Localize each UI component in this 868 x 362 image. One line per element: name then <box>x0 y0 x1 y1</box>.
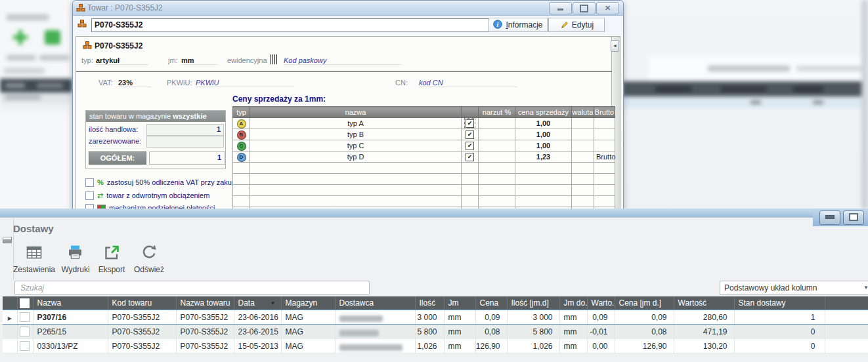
dostawy-titlebar[interactable] <box>0 209 868 218</box>
grid-header-row: Nazwa Kod towaru Nazwa towaru Data▼ Maga… <box>3 296 868 310</box>
maximize-button[interactable] <box>573 2 596 14</box>
percent-icon: % <box>97 178 104 186</box>
printer-icon <box>67 251 84 262</box>
minimize-icon <box>825 215 835 219</box>
row-checkbox[interactable] <box>20 341 30 351</box>
col-magazyn[interactable]: Magazyn <box>281 296 335 310</box>
col-wartosc[interactable]: Wartość <box>674 296 734 310</box>
maximize-icon <box>849 213 858 221</box>
col-data[interactable]: Data▼ <box>234 296 281 310</box>
towar-detail-panel: ◄ P070-S355J2 typ: artykuł jm: mm ewiden… <box>76 36 620 210</box>
col-nazwa[interactable]: Nazwa <box>33 296 108 310</box>
col-brutto[interactable]: Brutto <box>594 107 615 118</box>
price-checkbox[interactable]: ✔ <box>466 119 474 128</box>
col-nazwa[interactable]: nazwa <box>250 107 462 118</box>
price-row-empty <box>233 196 615 207</box>
eksport-button[interactable]: Eksport <box>95 245 129 274</box>
price-checkbox[interactable]: ✔ <box>466 153 474 161</box>
zarezerwowane-label: zarezerwowane: <box>89 137 141 145</box>
row-selector-icon: ▶ <box>8 315 12 321</box>
price-type-badge: B <box>237 131 246 140</box>
select-all-checkbox[interactable] <box>17 296 33 310</box>
stock-panel: stan towaru w magazynie wszystkie ilość … <box>85 110 226 169</box>
typ-label: typ: <box>81 56 93 64</box>
brutto-flag: Brutto <box>594 151 615 163</box>
collapse-panel-icon[interactable] <box>3 237 12 243</box>
price-row[interactable]: D typ D ✔ 1,23 Brutto <box>233 151 615 163</box>
eksport-label: Eksport <box>95 265 129 274</box>
info-icon: i <box>493 20 502 31</box>
vat50-checkbox[interactable] <box>85 178 94 187</box>
price-checkbox[interactable]: ✔ <box>466 131 474 139</box>
price-row[interactable]: C typ C ✔ 1,00 <box>233 140 615 151</box>
background-window-left <box>0 0 72 209</box>
stock-panel-header: stan towaru w magazynie wszystkie <box>86 111 225 122</box>
edytuj-button[interactable]: Edytuj <box>548 18 605 32</box>
col-jm-do[interactable]: Jm do... <box>559 296 587 310</box>
towar-app-icon <box>76 3 85 15</box>
col-kod-towaru[interactable]: Kod towaru <box>108 296 176 310</box>
col-nazwa-towaru[interactable]: Nazwa towaru <box>176 296 234 310</box>
towar-item-icon <box>77 19 87 31</box>
col-waluta[interactable]: waluta <box>572 107 594 118</box>
dostawy-minimize-button[interactable] <box>819 211 840 225</box>
informacje-button[interactable]: i Informacje <box>488 18 548 32</box>
option-odwrotne[interactable]: ⇄ towar z odwrotnym obciążeniem <box>85 190 209 201</box>
col-cena[interactable]: Cena <box>475 296 507 310</box>
minimize-button[interactable] <box>549 2 572 14</box>
price-table-title: Ceny sprzedaży za 1mm: <box>232 94 326 104</box>
dostawy-title: Dostawy <box>13 223 54 234</box>
search-input[interactable]: Szukaj <box>14 281 370 295</box>
vat-label: VAT: <box>98 79 113 87</box>
col-ilosc-jmd[interactable]: Ilość [jm.d] <box>507 296 559 310</box>
product-code-field[interactable]: P070-S355J2 <box>91 18 490 32</box>
col-cena[interactable]: cena sprzedaży <box>515 107 572 118</box>
towar-window: Towar : P070-S355J2 ✕ P070-S355J2 i Info… <box>72 0 624 210</box>
price-row[interactable]: B typ B ✔ 1,00 <box>233 129 615 140</box>
odswiez-button[interactable]: Odśwież <box>131 245 167 274</box>
table-row[interactable]: P265/15 P070-S355J2 P070-S355J2 23-06-20… <box>3 325 868 339</box>
col-cena-jmd[interactable]: Cena [jm d.] <box>615 296 674 310</box>
price-row[interactable]: A typ A ✔ 1,00 <box>233 118 615 129</box>
edytuj-label: Edytuj <box>572 20 594 30</box>
close-button[interactable]: ✕ <box>596 2 619 14</box>
window-title: Towar : P070-S355J2 <box>87 3 163 12</box>
col-ilosc[interactable]: Ilość <box>415 296 444 310</box>
table-row[interactable]: ▶ P307/16 P070-S355J2 P070-S355J2 23-06-… <box>3 310 868 325</box>
product-name: P070-S355J2 <box>95 41 142 50</box>
col-jm[interactable]: Jm <box>444 296 475 310</box>
cn-label: CN: <box>395 79 408 87</box>
col-check[interactable] <box>462 107 479 118</box>
dostawy-maximize-button[interactable] <box>843 211 864 225</box>
price-row-empty <box>233 185 615 196</box>
separator <box>76 71 612 72</box>
price-row-empty <box>233 174 615 185</box>
minimize-icon <box>557 9 563 10</box>
row-checkbox[interactable] <box>20 327 30 336</box>
table-row[interactable]: 0330/13/PZ P070-S355J2 P070-S355J2 15-05… <box>3 339 868 353</box>
pkwiu-value[interactable]: PKWiU <box>196 79 294 87</box>
zestawienia-button[interactable]: Zestawienia <box>11 245 58 274</box>
col-stan-dostawy[interactable]: Stan dostawy <box>734 296 825 310</box>
row-checkbox[interactable] <box>20 312 30 322</box>
kod-paskowy-field[interactable]: Kod paskowy <box>284 56 402 65</box>
ewidencyjna-label: ewidencyjna <box>227 56 267 64</box>
col-typ[interactable]: typ <box>233 107 250 118</box>
cn-value[interactable]: kod CN <box>419 79 517 87</box>
col-dostawca[interactable]: Dostawca <box>335 296 415 310</box>
odwrotne-checkbox[interactable] <box>85 191 94 200</box>
ogolem-button[interactable]: OGÓŁEM: <box>89 151 146 165</box>
col-narzut[interactable]: narzut % <box>479 107 515 118</box>
wydruki-button[interactable]: Wydruki <box>57 245 94 274</box>
col-extra <box>825 296 868 310</box>
barcode-icon <box>271 54 278 64</box>
collapse-panel-button[interactable]: ◄ <box>611 40 619 52</box>
column-layout-dropdown[interactable]: Podstawowy układ kolumn ▼ <box>720 281 868 295</box>
price-checkbox[interactable]: ✔ <box>466 142 474 150</box>
ilosc-handlowa-label: ilość handlowa: <box>89 125 138 133</box>
typ-value: artykuł <box>96 56 148 65</box>
option-vat50[interactable]: % zastosuj 50% odliczenia VAT przy zakup… <box>85 177 242 188</box>
price-type-badge: C <box>237 142 246 151</box>
towar-titlebar[interactable]: Towar : P070-S355J2 ✕ <box>73 1 623 16</box>
col-warto[interactable]: Warto... <box>587 296 615 310</box>
